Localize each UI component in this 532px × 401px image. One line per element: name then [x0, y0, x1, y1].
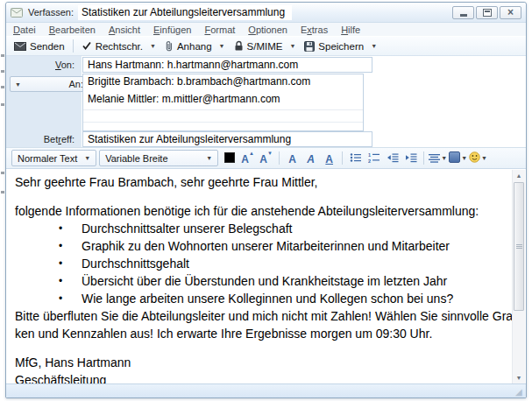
message-line [15, 191, 509, 202]
outdent-icon [387, 151, 399, 166]
message-line: folgende Informationen benötige ich für … [15, 202, 509, 220]
bullet-text: Durchschnittsgehalt [82, 255, 189, 272]
recipient-row[interactable]: Melanie Mittler: m.mittler@hartmann.com [83, 92, 363, 109]
from-field[interactable]: Hans Hartmann: h.hartmann@hartmann.com [82, 57, 372, 73]
indent-icon [405, 151, 417, 166]
font-decrease-icon: A▼ [259, 151, 273, 166]
menu-ansicht[interactable]: Ansicht [109, 25, 140, 35]
text-color-button[interactable] [221, 151, 238, 166]
address-headers: Von: Hans Hartmann: h.hartmann@hartmann.… [6, 56, 526, 148]
recipient-list[interactable]: Brigitte Brambach: b.brambach@hartmann.c… [82, 74, 364, 131]
chevron-down-icon: ▼ [84, 155, 90, 161]
smime-label: S/MIME [247, 41, 283, 52]
text-color-icon [224, 151, 235, 166]
save-label: Speichern [318, 41, 364, 52]
scroll-up-icon[interactable]: ▲ [513, 170, 525, 181]
floppy-icon [304, 41, 315, 52]
titlebar: Verfassen: Statistiken zur Abteilungslei… [6, 3, 526, 23]
bullet-icon: • [59, 237, 82, 255]
attach-button[interactable]: Anhang [161, 39, 216, 53]
bullet-icon: • [59, 290, 82, 307]
formatbar-separator [279, 151, 280, 165]
scroll-down-icon[interactable]: ▼ [513, 372, 525, 383]
window-controls: × [452, 6, 521, 19]
main-toolbar: SendenRechtschr.▼Anhang▼S/MIME▼Speichern… [6, 36, 526, 56]
bullet-item: •Wie lange arbeiten unsere Kolleginnen u… [15, 290, 509, 307]
chevron-down-icon: ▼ [206, 155, 212, 161]
numbered-list-icon: 12 [368, 151, 380, 166]
menu-einfgen[interactable]: Einfügen [153, 25, 191, 35]
menu-datei[interactable]: Datei [13, 25, 36, 35]
font-decrease-button[interactable]: A▼ [258, 151, 274, 166]
paperclip-icon [165, 40, 174, 52]
smime-dropdown[interactable]: ▼ [286, 41, 299, 51]
scrollbar-thumb[interactable] [514, 182, 524, 311]
recipient-type-dropdown[interactable]: ▼ An: [10, 76, 89, 92]
paragraph-style-select[interactable]: Normaler Text ▼ [11, 150, 96, 166]
outdent-button[interactable] [384, 151, 401, 166]
maximize-icon [483, 9, 492, 17]
bullet-icon: • [59, 255, 82, 272]
bullet-item: •Durchschnittsalter unserer Belegschaft [15, 220, 509, 237]
scrollbar-grip [516, 244, 522, 249]
spellcheck-dropdown[interactable]: ▼ [146, 41, 160, 51]
bullet-list-icon [350, 151, 362, 166]
bullet-icon: • [59, 220, 82, 237]
save-dropdown[interactable]: ▼ [367, 41, 380, 51]
font-select[interactable]: Variable Breite ▼ [99, 150, 218, 166]
bullet-text: Graphik zu den Wohnorten unserer Mitarbe… [82, 237, 450, 255]
recipient-row[interactable]: Brigitte Brambach: b.brambach@hartmann.c… [83, 74, 363, 92]
insert-table-icon [449, 151, 460, 166]
message-line: Bitte überfluten Sie die Abteilungsleite… [15, 307, 509, 325]
menu-bearbeiten[interactable]: Bearbeiten [49, 25, 96, 35]
statusbar: ◢ [6, 383, 526, 397]
svg-text:1: 1 [368, 152, 371, 158]
minimize-button[interactable] [452, 6, 474, 19]
bullet-item: •Übersicht über die Überstunden und Kran… [15, 272, 509, 290]
font-increase-button[interactable]: A▲ [239, 151, 256, 166]
minimize-icon [460, 14, 467, 17]
bold-button[interactable]: A [284, 151, 301, 166]
font-name-value: Variable Breite [105, 153, 167, 164]
smiley-icon [469, 151, 480, 166]
close-icon: × [507, 7, 514, 18]
resize-grip[interactable]: ◢ [515, 387, 525, 397]
align-button[interactable]: ▼ [429, 151, 447, 166]
save-button[interactable]: Speichern [301, 40, 367, 53]
maximize-button[interactable] [476, 6, 498, 19]
numbered-list-button[interactable]: 12 [365, 151, 382, 166]
vertical-scrollbar[interactable]: ▲ ▼ [512, 170, 525, 383]
send-button[interactable]: Senden [11, 40, 68, 53]
bullet-list-button[interactable] [347, 151, 364, 166]
insert-table-button[interactable]: ▼ [449, 151, 467, 166]
menu-optionen[interactable]: Optionen [248, 25, 287, 35]
bullet-text: Durchschnittsalter unserer Belegschaft [82, 220, 292, 237]
italic-button[interactable]: A [302, 151, 319, 166]
toolbar-separator [73, 39, 74, 53]
menu-hilfe[interactable]: Hilfe [341, 25, 360, 35]
recipient-address: Melanie Mittler: m.mittler@hartmann.com [88, 93, 280, 105]
attach-dropdown[interactable]: ▼ [216, 41, 229, 51]
close-button[interactable]: × [500, 6, 521, 19]
smime-button[interactable]: S/MIME [231, 39, 287, 53]
recipient-row[interactable] [83, 109, 363, 122]
check-icon [82, 41, 92, 51]
spellcheck-button[interactable]: Rechtschr. [78, 40, 146, 53]
message-line: ken und Kennzahlen aus! Ich erwarte Ihre… [15, 325, 509, 342]
menu-format[interactable]: Format [204, 25, 235, 35]
svg-text:2: 2 [368, 158, 371, 163]
smiley-button[interactable]: ▼ [469, 151, 487, 166]
bullet-item: •Durchschnittsgehalt [15, 255, 509, 272]
underline-button[interactable]: A [321, 151, 337, 166]
send-icon [14, 41, 26, 52]
from-label: Von: [13, 60, 74, 70]
message-editor[interactable]: Sehr geehrte Frau Brambach, sehr geehrte… [6, 169, 513, 383]
message-line: Sehr geehrte Frau Brambach, sehr geehrte… [15, 173, 509, 191]
message-body-area: Sehr geehrte Frau Brambach, sehr geehrte… [6, 169, 526, 383]
subject-field[interactable]: Statistiken zur Abteilungsleiterversamml… [82, 131, 372, 147]
bullet-text: Übersicht über die Überstunden und Krank… [82, 272, 447, 290]
indent-button[interactable] [402, 151, 419, 166]
paragraph-style-value: Normaler Text [18, 153, 77, 164]
window-title: Statistiken zur Abteilungsleiterversamml… [78, 5, 292, 20]
menu-extras[interactable]: Extras [301, 25, 328, 35]
